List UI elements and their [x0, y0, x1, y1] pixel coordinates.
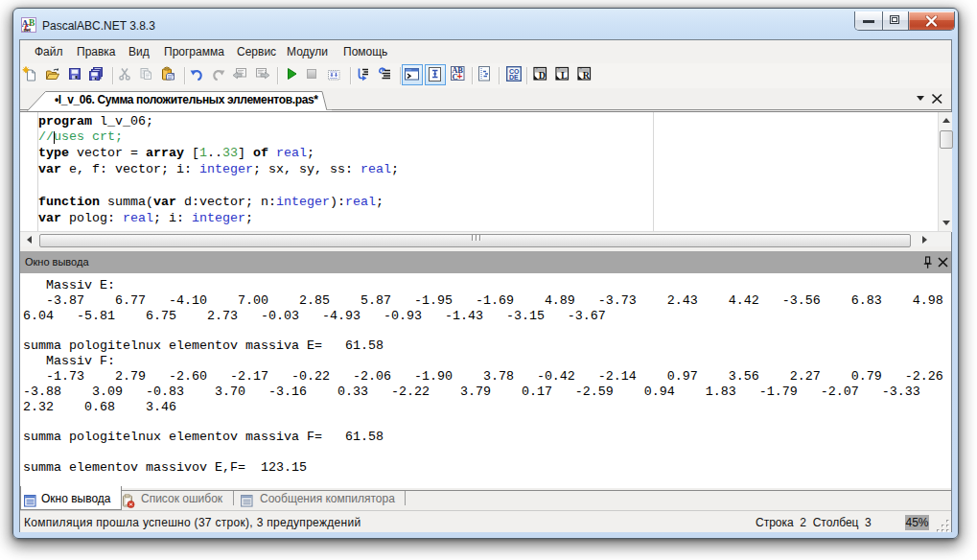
svg-text:.net: .net — [22, 27, 31, 32]
svg-text:'': '' — [558, 68, 560, 73]
svg-text:D: D — [538, 70, 545, 81]
svg-text:'': '' — [536, 68, 538, 73]
svg-text:L: L — [561, 70, 568, 81]
svg-text:+: + — [456, 71, 462, 82]
svg-text:'': '' — [580, 68, 582, 73]
svg-text:R: R — [583, 70, 591, 81]
svg-text:DE: DE — [509, 74, 519, 81]
